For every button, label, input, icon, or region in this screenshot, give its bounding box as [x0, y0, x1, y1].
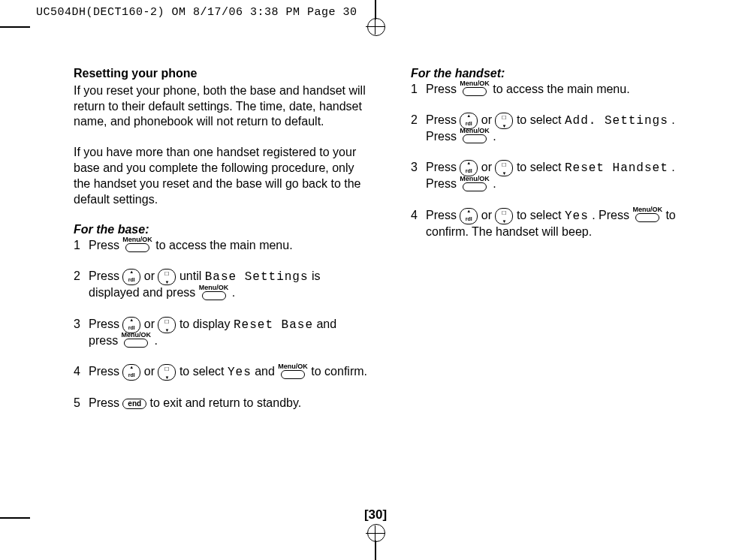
menu-label-reset-handset: Reset Handset [565, 162, 668, 176]
nav-down-icon [495, 208, 513, 224]
base-step-1: 1 Press Menu/OK to access the main menu. [74, 238, 369, 254]
nav-up-icon [122, 269, 140, 285]
right-column: For the handset: 1 Press Menu/OK to acce… [411, 66, 706, 500]
menu-ok-icon: Menu/OK [199, 285, 229, 300]
crop-mark-top-icon [366, 0, 385, 36]
menu-ok-icon: Menu/OK [460, 80, 490, 96]
nav-down-icon [495, 113, 513, 129]
step-number: 3 [411, 160, 426, 192]
section-title: Resetting your phone [74, 66, 369, 82]
base-step-2: 2 Press or until Base Settings is displa… [74, 269, 369, 301]
menu-ok-icon: Menu/OK [122, 236, 152, 252]
step-text: Press Menu/OK to access the main menu. [426, 82, 706, 98]
nav-down-icon [495, 160, 513, 176]
nav-up-icon [122, 364, 140, 381]
step-text: Press or to select Reset Handset . Press… [426, 160, 706, 192]
crop-mark-bottom-icon [366, 524, 385, 560]
menu-label-yes: Yes [228, 366, 252, 379]
step-number: 2 [411, 113, 426, 145]
nav-down-icon [158, 269, 176, 285]
step-number: 4 [74, 364, 89, 381]
menu-ok-icon: Menu/OK [278, 363, 308, 379]
page-number: [30] [0, 507, 751, 522]
menu-label-reset-base: Reset Base [234, 318, 313, 332]
handset-step-2: 2 Press or to select Add. Settings . Pre… [411, 113, 706, 145]
content-area: Resetting your phone If you reset your p… [74, 66, 706, 500]
step-text: Press end to exit and return to standby. [89, 396, 369, 411]
nav-down-icon [158, 317, 176, 333]
base-step-3: 3 Press or to display Reset Base and pre… [74, 317, 369, 349]
menu-ok-icon: Menu/OK [632, 206, 662, 222]
step-text: Press or until Base Settings is displaye… [89, 269, 369, 301]
step-number: 3 [74, 317, 89, 349]
menu-label-add-settings: Add. Settings [565, 114, 668, 128]
handset-subheading: For the handset: [411, 66, 706, 82]
menu-label-yes: Yes [565, 209, 589, 223]
base-step-4: 4 Press or to select Yes and Menu/OK to … [74, 364, 369, 381]
menu-label-base-settings: Base Settings [205, 271, 309, 285]
menu-ok-icon: Menu/OK [122, 332, 152, 348]
step-text: Press Menu/OK to access the main menu. [89, 238, 369, 254]
step-number: 2 [74, 269, 89, 301]
pdf-header: UC504DH(DECT160-2) OM 8/17/06 3:38 PM Pa… [36, 6, 357, 20]
crop-mark-left-top-icon [0, 26, 30, 28]
step-number: 5 [74, 396, 89, 411]
step-text: Press or to display Reset Base and press… [89, 317, 369, 349]
step-text: Press or to select Yes . Press Menu/OK t… [426, 208, 706, 240]
nav-down-icon [158, 364, 176, 381]
step-number: 1 [411, 82, 426, 98]
handset-step-4: 4 Press or to select Yes . Press Menu/OK… [411, 208, 706, 240]
intro-paragraph-2: If you have more than one handset regist… [74, 145, 369, 207]
handset-step-1: 1 Press Menu/OK to access the main menu. [411, 82, 706, 98]
step-text: Press or to select Add. Settings . Press… [426, 113, 706, 145]
menu-ok-icon: Menu/OK [460, 176, 490, 191]
nav-up-icon [460, 208, 478, 224]
intro-paragraph-1: If you reset your phone, both the base a… [74, 83, 369, 130]
step-number: 4 [411, 208, 426, 240]
step-text: Press or to select Yes and Menu/OK to co… [89, 364, 369, 381]
menu-ok-icon: Menu/OK [460, 128, 490, 143]
end-icon: end [122, 399, 146, 409]
base-step-5: 5 Press end to exit and return to standb… [74, 396, 369, 411]
handset-step-3: 3 Press or to select Reset Handset . Pre… [411, 160, 706, 192]
page: UC504DH(DECT160-2) OM 8/17/06 3:38 PM Pa… [0, 0, 751, 560]
step-number: 1 [74, 238, 89, 254]
base-subheading: For the base: [74, 222, 369, 238]
left-column: Resetting your phone If you reset your p… [74, 66, 369, 500]
